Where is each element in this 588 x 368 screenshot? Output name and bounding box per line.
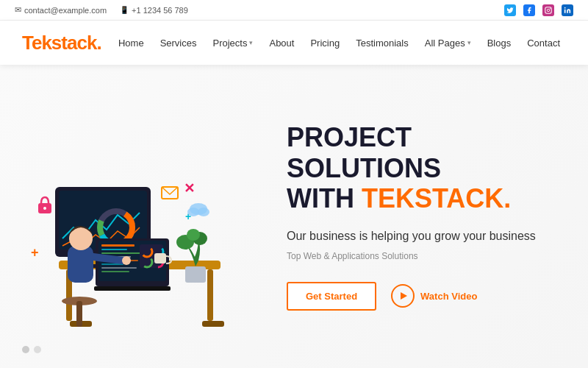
svg-rect-32 bbox=[94, 286, 171, 291]
nav-item-blogs[interactable]: Blogs bbox=[481, 35, 517, 52]
top-bar: ✉ contact@example.com 📱 +1 1234 56 789 bbox=[0, 0, 588, 21]
nav-link-allpages[interactable]: All Pages▾ bbox=[419, 35, 477, 52]
email-icon: ✉ bbox=[15, 5, 21, 15]
nav-link-home[interactable]: Home bbox=[112, 35, 150, 52]
hero-content: PROJECT SOLUTIONS WITH TEKSTACK. Our bus… bbox=[265, 122, 551, 311]
svg-rect-35 bbox=[68, 246, 93, 283]
nav-link-pricing[interactable]: Pricing bbox=[304, 35, 345, 52]
svg-point-49 bbox=[187, 208, 199, 216]
nav-link-blogs[interactable]: Blogs bbox=[481, 35, 517, 52]
get-started-button[interactable]: Get Started bbox=[287, 282, 376, 311]
svg-rect-6 bbox=[207, 269, 213, 321]
svg-rect-25 bbox=[101, 267, 137, 269]
facebook-icon[interactable] bbox=[523, 4, 535, 16]
top-bar-contact: ✉ contact@example.com 📱 +1 1234 56 789 bbox=[15, 5, 188, 15]
svg-rect-34 bbox=[76, 301, 82, 327]
nav-item-services[interactable]: Services bbox=[154, 35, 203, 52]
watch-video-button[interactable]: Watch Video bbox=[391, 284, 477, 308]
svg-point-3 bbox=[564, 7, 566, 8]
hero-title-line1: PROJECT SOLUTIONS bbox=[287, 122, 441, 183]
pagination-dot-1[interactable] bbox=[22, 346, 29, 353]
nav-item-home[interactable]: Home bbox=[112, 35, 150, 52]
svg-point-2 bbox=[550, 8, 551, 9]
svg-text:+: + bbox=[31, 245, 39, 260]
pagination-dots bbox=[22, 346, 41, 353]
twitter-icon[interactable] bbox=[504, 4, 516, 16]
nav-link-projects[interactable]: Projects▾ bbox=[207, 35, 259, 52]
logo-text: Tekstack bbox=[22, 32, 96, 54]
email-contact[interactable]: ✉ contact@example.com bbox=[15, 5, 107, 15]
svg-point-50 bbox=[198, 208, 209, 216]
nav-link-about[interactable]: About bbox=[263, 35, 300, 52]
svg-rect-19 bbox=[101, 244, 135, 247]
pagination-dot-2[interactable] bbox=[34, 346, 41, 353]
svg-rect-20 bbox=[101, 249, 127, 250]
nav-link-testimonials[interactable]: Testimonials bbox=[350, 35, 415, 52]
svg-rect-8 bbox=[202, 321, 224, 327]
hero-subtitle: Our business is helping you grow your bu… bbox=[287, 228, 551, 244]
svg-rect-0 bbox=[545, 7, 551, 13]
svg-point-1 bbox=[547, 9, 549, 11]
hero-title-plain: WITH bbox=[287, 183, 362, 213]
hero-buttons: Get Started Watch Video bbox=[287, 282, 551, 311]
navbar: Tekstack. Home Services Projects▾ About … bbox=[0, 21, 588, 65]
play-triangle-icon bbox=[401, 292, 407, 300]
svg-rect-38 bbox=[154, 253, 166, 263]
nav-item-about[interactable]: About bbox=[263, 35, 300, 52]
play-circle-icon bbox=[391, 284, 415, 308]
chevron-down-icon-2: ▾ bbox=[467, 39, 471, 46]
svg-text:✕: ✕ bbox=[184, 181, 195, 196]
hero-section: ✕ + + ✦ ✦ PROJECT SOLUTIONS WITH TEKSTAC… bbox=[0, 65, 588, 368]
hero-title-accent: TEKSTACK. bbox=[362, 183, 511, 213]
instagram-icon[interactable] bbox=[542, 4, 554, 16]
linkedin-icon[interactable] bbox=[562, 4, 573, 16]
nav-item-projects[interactable]: Projects▾ bbox=[207, 35, 259, 52]
nav-item-pricing[interactable]: Pricing bbox=[304, 35, 345, 52]
hero-tagline: Top Web & Applications Solutions bbox=[287, 251, 551, 261]
phone-text: +1 1234 56 789 bbox=[132, 6, 188, 15]
phone-contact[interactable]: 📱 +1 1234 56 789 bbox=[120, 6, 188, 15]
hero-title-line2: WITH TEKSTACK. bbox=[287, 183, 511, 213]
svg-point-42 bbox=[187, 229, 200, 241]
phone-icon: 📱 bbox=[120, 6, 129, 14]
nav-item-testimonials[interactable]: Testimonials bbox=[350, 35, 415, 52]
email-text: contact@example.com bbox=[24, 6, 107, 15]
logo-dot: . bbox=[96, 32, 101, 54]
svg-rect-39 bbox=[185, 266, 206, 283]
chevron-down-icon: ▾ bbox=[249, 39, 253, 46]
nav-link-contact[interactable]: Contact bbox=[521, 35, 566, 52]
svg-point-37 bbox=[122, 256, 131, 265]
social-links bbox=[504, 4, 573, 16]
nav-item-contact[interactable]: Contact bbox=[521, 35, 566, 52]
svg-point-44 bbox=[43, 207, 46, 210]
logo[interactable]: Tekstack. bbox=[22, 32, 101, 54]
hero-illustration: ✕ + + ✦ ✦ bbox=[15, 84, 265, 349]
nav-link-services[interactable]: Services bbox=[154, 35, 203, 52]
hero-title: PROJECT SOLUTIONS WITH TEKSTACK. bbox=[287, 122, 551, 213]
svg-rect-26 bbox=[101, 271, 129, 272]
watch-video-label: Watch Video bbox=[420, 291, 477, 302]
svg-rect-21 bbox=[101, 252, 142, 254]
nav-menu: Home Services Projects▾ About Pricing Te… bbox=[112, 35, 566, 52]
nav-item-allpages[interactable]: All Pages▾ bbox=[419, 35, 477, 52]
